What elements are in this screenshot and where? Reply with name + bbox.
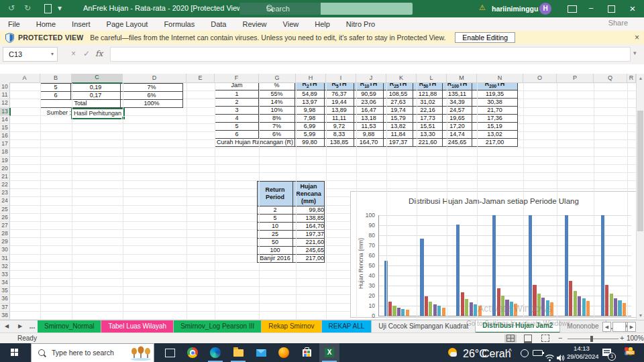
ribbon-tab-page-layout[interactable]: Page Layout: [107, 20, 148, 28]
cell[interactable]: 2: [215, 99, 259, 107]
tab-overflow-icon[interactable]: ...: [27, 320, 38, 333]
cell[interactable]: 13,30: [413, 131, 443, 139]
cell[interactable]: Banjir 2016: [258, 255, 293, 263]
column-header-C[interactable]: C: [72, 74, 123, 84]
cell[interactable]: 13,89: [325, 107, 354, 115]
cell[interactable]: 5: [41, 84, 71, 92]
cell[interactable]: Total: [41, 100, 121, 108]
qat-customize-icon[interactable]: ▾: [58, 3, 62, 13]
cell[interactable]: 10%: [259, 107, 295, 115]
cell[interactable]: 16,47: [354, 107, 384, 115]
cell[interactable]: 0,17: [71, 92, 121, 100]
scrollbar-thumb[interactable]: [637, 111, 643, 231]
row-header-10[interactable]: 10: [0, 83, 10, 91]
name-box[interactable]: C13 ▾: [3, 47, 58, 62]
frequency-table[interactable]: 50,197%60,176%Total100%: [40, 83, 183, 108]
sheet-tab-smirnov-normal[interactable]: Smirnov_Normal: [38, 320, 101, 333]
column-header-M[interactable]: M: [447, 74, 477, 83]
row-header-31[interactable]: 31: [0, 255, 10, 263]
cell[interactable]: 6%: [259, 131, 295, 139]
cell[interactable]: 5: [215, 123, 259, 131]
row-header-23[interactable]: 23: [0, 189, 10, 197]
cell[interactable]: Curah Hujan Rancangan (R): [215, 139, 295, 147]
tray-expand-icon[interactable]: ^: [508, 348, 512, 362]
zoom-slider[interactable]: [568, 339, 619, 339]
column-header-E[interactable]: E: [186, 74, 215, 83]
cell[interactable]: 19,44: [325, 99, 354, 107]
ribbon-tab-review[interactable]: Review: [242, 20, 266, 28]
cell[interactable]: 13,97: [295, 99, 325, 107]
column-header-K[interactable]: K: [386, 74, 417, 83]
sheet-tab-smirnov-log-pearson-iii[interactable]: Smirnov_Log Pearson III: [174, 320, 262, 333]
ribbon-tab-nitro-pro[interactable]: Nitro Pro: [346, 20, 375, 28]
cell[interactable]: 54,89: [295, 90, 325, 99]
clock[interactable]: 14:13 29/06/2024: [567, 345, 596, 362]
cell[interactable]: 90,59: [354, 90, 384, 99]
column-header-L[interactable]: L: [417, 74, 447, 83]
cell[interactable]: 9,88: [354, 131, 384, 139]
volume-icon[interactable]: [557, 349, 565, 362]
formula-bar-expand-icon[interactable]: ▾: [633, 50, 637, 56]
cell[interactable]: 6: [215, 131, 259, 139]
sheet-tab-uji-cocok-simpangan-kuadrat[interactable]: Uji Cocok Simpangan Kuadrat: [372, 320, 476, 333]
cell[interactable]: 197,37: [293, 231, 325, 239]
ribbon-tab-data[interactable]: Data: [211, 20, 226, 28]
cell[interactable]: 8%: [259, 115, 295, 123]
cell[interactable]: 55%: [259, 90, 295, 99]
row-header-27[interactable]: 27: [0, 222, 10, 230]
cell[interactable]: 11,84: [384, 131, 413, 139]
cell[interactable]: 138,85: [293, 215, 325, 223]
cell[interactable]: 21,70: [472, 107, 518, 115]
cell[interactable]: 14%: [259, 99, 295, 107]
cell[interactable]: 7,98: [295, 115, 325, 123]
row-header-11[interactable]: 11: [0, 91, 10, 99]
cell[interactable]: 221,60: [293, 239, 325, 247]
notification-center-icon[interactable]: 3: [602, 343, 616, 362]
cell[interactable]: 164,70: [293, 223, 325, 231]
hourly-rain-table[interactable]: Jam%R2THR5THR10THR25THR50THR100THR200TH1…: [215, 80, 518, 147]
cell[interactable]: 217,00: [293, 255, 325, 263]
start-button[interactable]: [0, 343, 31, 362]
vertical-scrollbar[interactable]: ▲ ▼: [636, 74, 644, 320]
cell[interactable]: 13,82: [384, 123, 413, 131]
cell[interactable]: 6,99: [295, 123, 325, 131]
cell[interactable]: 100: [258, 247, 293, 255]
row-header-32[interactable]: 32: [0, 263, 10, 271]
cell[interactable]: 9,98: [295, 107, 325, 115]
cell[interactable]: 2: [258, 206, 293, 215]
enter-icon[interactable]: ✓: [83, 47, 90, 60]
row-header-20[interactable]: 20: [0, 165, 10, 173]
ribbon-tab-formulas[interactable]: Formulas: [164, 20, 195, 28]
cell[interactable]: 4: [215, 115, 259, 123]
column-header-F[interactable]: F: [215, 74, 259, 83]
cell[interactable]: 50: [258, 239, 293, 247]
task-view-icon[interactable]: [160, 343, 180, 362]
tab-mini-thumb[interactable]: [612, 322, 626, 332]
minimize-button[interactable]: −: [581, 0, 601, 17]
ribbon-tab-insert[interactable]: Insert: [72, 20, 91, 28]
row-header-13[interactable]: 13: [0, 108, 11, 116]
cell[interactable]: 11,53: [354, 123, 384, 131]
ribbon-tab-home[interactable]: Home: [36, 20, 56, 28]
cell[interactable]: 221,60: [413, 139, 443, 147]
row-header-21[interactable]: 21: [0, 173, 10, 181]
nitro-tray-icon[interactable]: PRO: [623, 343, 636, 362]
cancel-icon[interactable]: ×: [71, 47, 76, 60]
column-header-H[interactable]: H: [296, 74, 326, 83]
cell[interactable]: 108,55: [384, 90, 413, 99]
cell[interactable]: 17,36: [472, 115, 518, 123]
column-header-J[interactable]: J: [356, 74, 386, 83]
cell[interactable]: 217,00: [472, 139, 518, 147]
cell[interactable]: 6%: [121, 92, 183, 100]
cell[interactable]: 13,02: [472, 131, 518, 139]
cell[interactable]: 25: [258, 231, 293, 239]
sheet-tab-rekap-all[interactable]: REKAP ALL: [322, 320, 372, 333]
column-header-G[interactable]: G: [259, 74, 296, 83]
row-header-14[interactable]: 14: [0, 116, 10, 124]
zoom-out-button[interactable]: −: [558, 334, 562, 342]
cell[interactable]: 99,80: [295, 139, 325, 147]
cell[interactable]: 11,11: [325, 115, 354, 123]
cell[interactable]: 17,73: [413, 115, 443, 123]
ribbon-tab-help[interactable]: Help: [315, 20, 330, 28]
sheet-tab-tabel-luas-wilayah[interactable]: Tabel Luas Wilayah: [101, 320, 174, 333]
